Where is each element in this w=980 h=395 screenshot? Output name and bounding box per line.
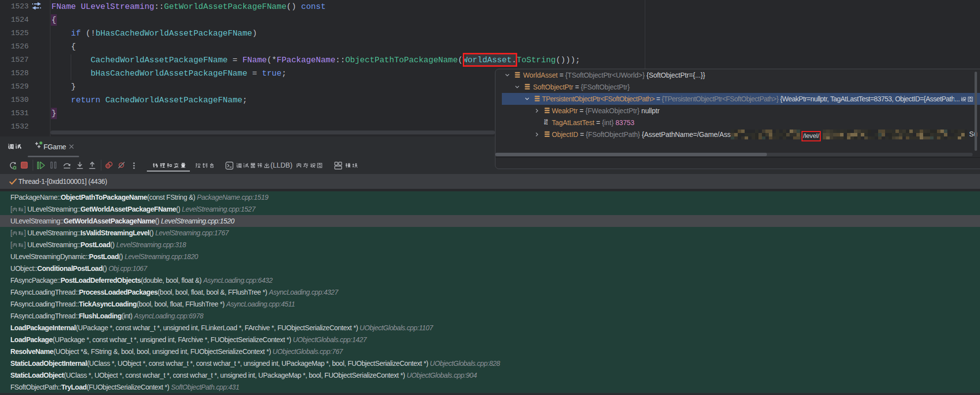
svg-text:01: 01: [544, 122, 548, 125]
